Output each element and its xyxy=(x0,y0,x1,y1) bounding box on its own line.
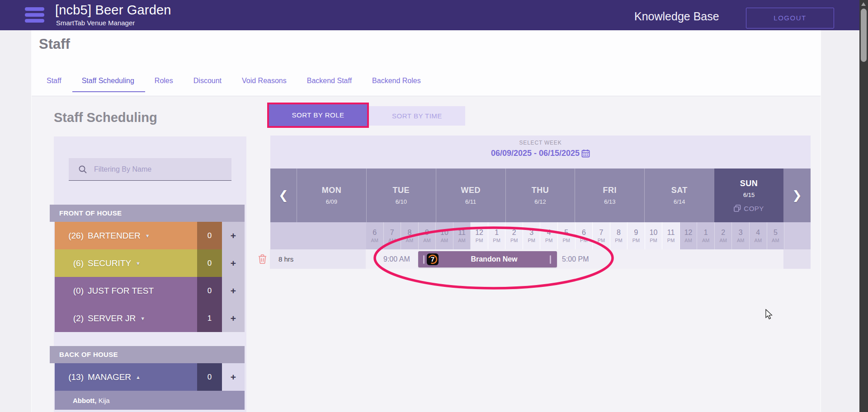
day-label: WED xyxy=(461,186,481,195)
time-slot-4-am: 4AM xyxy=(750,222,767,249)
day-cell-sun[interactable]: SUN6/15COPY xyxy=(714,169,783,222)
day-date: 6/13 xyxy=(604,198,615,205)
chevron-down-icon[interactable]: ▼ xyxy=(136,261,141,266)
app-subtitle: SmartTab Venue Manager xyxy=(56,19,135,27)
search-input[interactable] xyxy=(94,165,221,173)
day-label: SUN xyxy=(740,179,758,188)
time-slot-3-am: 3AM xyxy=(732,222,750,249)
staff-filter-box xyxy=(69,158,231,181)
time-slot-6-pm: 6PM xyxy=(576,222,593,249)
time-slot-6-am: 6AM xyxy=(366,222,384,249)
day-date: 6/09 xyxy=(326,198,337,205)
time-header-row: 6AM7AM8AM9AM10AM11AM12PM1PM2PM3PM4PM5PM6… xyxy=(270,222,811,249)
time-slot-3-pm: 3PM xyxy=(523,222,541,249)
tab-void-reasons[interactable]: Void Reasons xyxy=(242,77,287,91)
hamburger-menu-icon[interactable] xyxy=(25,7,44,23)
next-week-chevron[interactable]: ❯ xyxy=(783,169,811,222)
day-label: FRI xyxy=(603,186,617,195)
shift-duration: 8 hrs xyxy=(270,249,366,269)
add-shift-button-just-for-test[interactable]: + xyxy=(222,277,245,304)
time-slot-9-am: 9AM xyxy=(419,222,436,249)
sort-by-time-button[interactable]: SORT BY TIME xyxy=(369,106,465,126)
scrollbar-thumb[interactable] xyxy=(861,9,867,62)
week-range-button[interactable]: 06/09/2025 - 06/15/2025 xyxy=(491,149,590,158)
sort-by-role-highlight: SORT BY ROLE xyxy=(267,103,369,128)
chevron-down-icon[interactable]: ▼ xyxy=(140,316,145,321)
tab-backend-roles[interactable]: Backend Roles xyxy=(372,77,421,91)
time-slot-5-am: 5AM xyxy=(767,222,785,249)
page-title: Staff xyxy=(39,36,70,52)
shift-resize-handle-left[interactable] xyxy=(423,255,425,264)
role-label: (13)MANAGER▲ xyxy=(55,363,197,391)
add-shift-button-bartender[interactable]: + xyxy=(222,222,245,249)
time-header-trailer xyxy=(784,222,811,249)
role-sections: FRONT OF HOUSE(26)BARTENDER▼0+(6)SECURIT… xyxy=(50,205,245,410)
day-date: 6/15 xyxy=(743,192,755,198)
role-row-just-for-test[interactable]: (0)JUST FOR TEST0+ xyxy=(55,277,245,304)
staff-row-abbott-kija[interactable]: Abbott, Kija xyxy=(55,391,245,410)
day-label: SAT xyxy=(671,186,688,195)
tab-discount[interactable]: Discount xyxy=(193,77,222,91)
role-scheduled-count: 1 xyxy=(197,304,222,332)
day-date: 6/12 xyxy=(534,198,546,205)
role-label: (0)JUST FOR TEST xyxy=(55,277,197,304)
week-range-text: 06/09/2025 - 06/15/2025 xyxy=(491,149,580,158)
logout-button[interactable]: LOGOUT xyxy=(746,8,834,28)
venue-title: [ncb5] Beer Garden xyxy=(55,3,171,18)
calendar-icon[interactable] xyxy=(581,149,590,158)
day-cell-wed[interactable]: WED6/11 xyxy=(436,169,505,222)
sort-by-role-button[interactable]: SORT BY ROLE xyxy=(269,104,367,126)
time-slot-10-pm: 10PM xyxy=(645,222,663,249)
page-scrollbar[interactable] xyxy=(859,0,868,412)
delete-shift-icon[interactable] xyxy=(258,254,267,266)
time-slot-1-pm: 1PM xyxy=(488,222,506,249)
role-label: (6)SECURITY▼ xyxy=(55,249,197,277)
day-cell-thu[interactable]: THU6/12 xyxy=(505,169,575,222)
shift-end-time: 5:00 PM xyxy=(562,249,589,269)
day-header-row: ❮ MON6/09TUE6/10WED6/11THU6/12FRI6/13SAT… xyxy=(270,169,811,222)
tab-backend-staff[interactable]: Backend Staff xyxy=(307,77,352,91)
time-slot-12-am: 12AM xyxy=(680,222,698,249)
day-cell-tue[interactable]: TUE6/10 xyxy=(366,169,436,222)
staff-scheduling-page: [ncb5] Beer Garden SmartTab Venue Manage… xyxy=(0,0,868,412)
role-label: (2)SERVER JR▼ xyxy=(55,304,197,332)
shift-bar[interactable]: 7 Brandon New xyxy=(418,251,557,267)
role-row-server-jr[interactable]: (2)SERVER JR▼1+ xyxy=(55,304,245,332)
role-row-security[interactable]: (6)SECURITY▼0+ xyxy=(55,249,245,277)
day-cell-fri[interactable]: FRI6/13 xyxy=(575,169,644,222)
role-scheduled-count: 0 xyxy=(197,249,222,277)
shift-resize-handle-right[interactable] xyxy=(550,255,551,264)
chevron-down-icon[interactable]: ▼ xyxy=(145,233,150,239)
search-icon xyxy=(79,165,87,173)
time-slot-8-am: 8AM xyxy=(401,222,419,249)
day-cell-mon[interactable]: MON6/09 xyxy=(297,169,366,222)
section-gap xyxy=(50,332,245,346)
smarttab-seven-logo-icon: 7 xyxy=(427,253,439,265)
add-shift-button-manager[interactable]: + xyxy=(222,363,245,391)
copy-day-button[interactable]: COPY xyxy=(734,205,764,212)
chevron-up-icon[interactable]: ▲ xyxy=(136,375,141,380)
tab-roles[interactable]: Roles xyxy=(155,77,173,91)
sidebar-heading: Staff Scheduling xyxy=(54,110,157,125)
shift-row-trailer xyxy=(783,249,811,269)
role-scheduled-count: 0 xyxy=(197,363,222,391)
add-shift-button-server-jr[interactable]: + xyxy=(222,304,245,332)
day-date: 6/10 xyxy=(396,198,407,205)
time-slot-7-am: 7AM xyxy=(384,222,401,249)
shift-row: 8 hrs 9:00 AM 7 Brandon New 5:00 PM xyxy=(270,249,811,269)
role-row-bartender[interactable]: (26)BARTENDER▼0+ xyxy=(55,222,245,249)
add-shift-button-security[interactable]: + xyxy=(222,249,245,277)
knowledge-base-link[interactable]: Knowledge Base xyxy=(634,10,719,23)
day-cells: MON6/09TUE6/10WED6/11THU6/12FRI6/13SAT6/… xyxy=(297,169,783,222)
scrollbar-up-arrow[interactable] xyxy=(861,2,866,6)
time-slot-2-am: 2AM xyxy=(715,222,732,249)
time-slot-8-pm: 8PM xyxy=(610,222,628,249)
day-cell-sat[interactable]: SAT6/14 xyxy=(644,169,714,222)
tab-staff-scheduling[interactable]: Staff Scheduling xyxy=(72,77,145,92)
tab-bar: StaffStaff SchedulingRolesDiscountVoid R… xyxy=(47,77,441,98)
time-slot-5-pm: 5PM xyxy=(558,222,576,249)
role-row-manager[interactable]: (13)MANAGER▲0+ xyxy=(55,363,245,391)
tab-staff[interactable]: Staff xyxy=(47,77,61,91)
time-slot-4-pm: 4PM xyxy=(540,222,558,249)
previous-week-chevron[interactable]: ❮ xyxy=(270,169,297,222)
